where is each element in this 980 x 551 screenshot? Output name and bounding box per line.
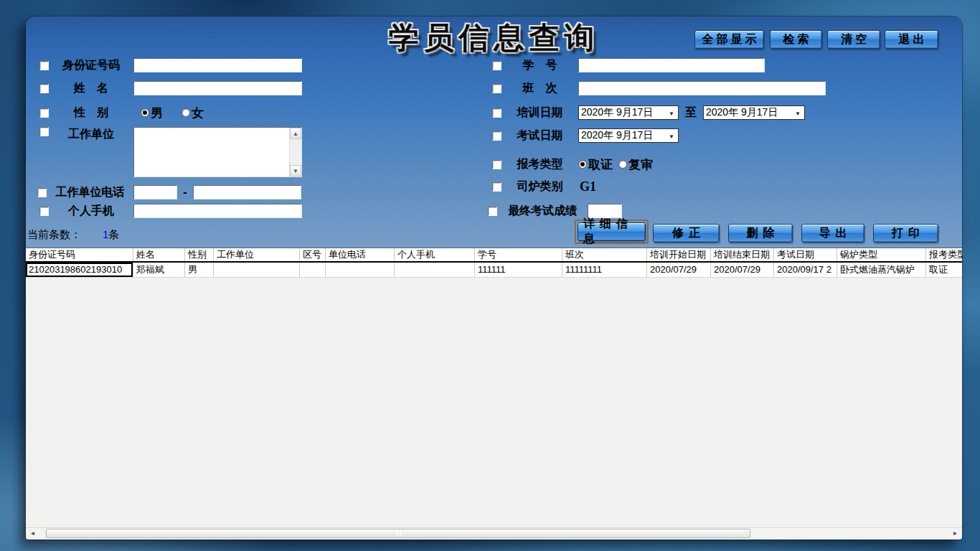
work-phone-input[interactable]	[193, 185, 301, 199]
work-phone-checkbox[interactable]	[37, 188, 47, 197]
scroll-right-icon[interactable]: ►	[950, 529, 961, 538]
col-training-end[interactable]: 培训结束日期	[711, 248, 774, 261]
stoker-type-checkbox[interactable]	[492, 182, 501, 192]
chevron-down-icon[interactable]: ▼	[669, 110, 674, 117]
cell-gender[interactable]: 男	[185, 263, 214, 277]
chevron-down-icon[interactable]: ▼	[795, 110, 801, 117]
apply-type-label: 报考类型	[501, 157, 578, 171]
modify-button[interactable]: 修正	[653, 224, 720, 242]
work-unit-field: ▲ ▼	[133, 127, 302, 180]
detail-button[interactable]: 详细信息	[578, 222, 646, 241]
apply-type-fushen-radio[interactable]	[618, 160, 627, 169]
training-date-to-dropdown[interactable]: 2020年 9月17日 ▼	[703, 105, 805, 120]
col-boiler-type[interactable]: 锅炉类型	[837, 248, 926, 261]
exam-date-checkbox[interactable]	[492, 131, 501, 141]
final-score-checkbox[interactable]	[488, 207, 497, 216]
name-input[interactable]	[133, 81, 302, 95]
training-date-from-dropdown[interactable]: 2020年 9月17日 ▼	[578, 105, 679, 120]
exam-date-dropdown[interactable]: 2020年 9月17日 ▼	[578, 128, 679, 143]
detail-button-focus-frame: 详细信息	[575, 220, 649, 244]
cell-student-no[interactable]: 111111	[475, 263, 562, 277]
cell-area-code[interactable]	[300, 263, 326, 277]
col-unit-phone[interactable]: 单位电话	[326, 248, 395, 261]
training-date-checkbox[interactable]	[492, 108, 501, 118]
area-code-input[interactable]	[133, 185, 177, 199]
search-button[interactable]: 检索	[770, 30, 822, 49]
work-unit-scrollbar[interactable]: ▲ ▼	[289, 128, 301, 176]
clear-button[interactable]: 清空	[827, 30, 880, 49]
work-unit-checkbox[interactable]	[39, 127, 49, 136]
table-row[interactable]: 210203198602193010 郑福斌 男 111111 11111111…	[26, 263, 962, 278]
col-student-no[interactable]: 学号	[475, 248, 562, 261]
name-label: 姓 名	[49, 81, 133, 95]
gender-label: 性 别	[49, 105, 133, 120]
col-apply-type[interactable]: 报考类型	[926, 248, 962, 261]
scrollbar-thumb[interactable]	[46, 529, 750, 538]
cell-exam-date[interactable]: 2020/09/17 2	[774, 263, 837, 277]
cell-unit-phone[interactable]	[326, 263, 395, 277]
col-training-start[interactable]: 培训开始日期	[647, 248, 711, 261]
gender-row: 性 别 男 女	[39, 105, 204, 120]
student-no-label: 学 号	[501, 58, 578, 72]
delete-button[interactable]: 删除	[728, 224, 793, 242]
cell-name[interactable]: 郑福斌	[133, 263, 185, 277]
cell-work-unit[interactable]	[214, 263, 300, 277]
desktop-background: 学员信息查询 全部显示 检索 清空 退出 身份证号码 姓 名 性 别 男 女 工…	[0, 0, 980, 551]
cell-training-start[interactable]: 2020/07/29	[647, 263, 711, 277]
id-card-input[interactable]	[133, 58, 302, 72]
cell-boiler-type[interactable]: 卧式燃油蒸汽锅炉	[837, 263, 926, 277]
apply-type-quzheng-label: 取证	[588, 156, 613, 173]
col-mobile[interactable]: 个人手机	[395, 248, 475, 261]
training-date-from-value: 2020年 9月17日	[581, 106, 653, 119]
final-score-label: 最终考试成绩	[497, 204, 588, 218]
training-date-label: 培训日期	[501, 105, 578, 120]
apply-type-quzheng-radio[interactable]	[578, 160, 587, 169]
class-no-row: 班 次	[492, 81, 826, 95]
gender-male-radio[interactable]	[141, 108, 149, 117]
gender-female-label: 女	[192, 105, 204, 121]
col-work-unit[interactable]: 工作单位	[214, 248, 300, 261]
id-card-checkbox[interactable]	[39, 61, 49, 70]
col-name[interactable]: 姓名	[133, 248, 185, 261]
cell-training-end[interactable]: 2020/07/29	[711, 263, 774, 277]
final-score-input[interactable]	[588, 204, 622, 218]
col-exam-date[interactable]: 考试日期	[774, 248, 837, 261]
col-class-no[interactable]: 班次	[562, 248, 647, 261]
training-date-to-value: 2020年 9月17日	[706, 106, 778, 119]
cell-apply-type[interactable]: 取证	[926, 263, 962, 277]
col-area-code[interactable]: 区号	[300, 248, 326, 261]
col-id-card[interactable]: 身份证号码	[26, 248, 133, 261]
class-no-checkbox[interactable]	[492, 84, 501, 93]
cell-id-card[interactable]: 210203198602193010	[26, 263, 133, 277]
mobile-checkbox[interactable]	[39, 207, 49, 216]
exit-button[interactable]: 退出	[885, 30, 938, 49]
work-unit-row: 工作单位 ▲ ▼	[39, 127, 302, 141]
col-gender[interactable]: 性别	[185, 248, 214, 261]
stoker-type-row: 司炉类别 G1	[492, 179, 596, 194]
id-card-label: 身份证号码	[49, 58, 133, 72]
mobile-input[interactable]	[133, 204, 302, 218]
cell-mobile[interactable]	[395, 263, 475, 277]
horizontal-scrollbar[interactable]: ◄ ►	[26, 527, 962, 538]
chevron-down-icon[interactable]: ▼	[669, 133, 674, 140]
student-no-checkbox[interactable]	[492, 61, 501, 70]
scroll-up-icon[interactable]: ▲	[290, 128, 301, 139]
apply-type-checkbox[interactable]	[492, 160, 501, 169]
work-unit-textarea[interactable]	[133, 127, 302, 177]
name-checkbox[interactable]	[39, 84, 49, 93]
work-phone-row: 工作单位电话 -	[37, 185, 301, 199]
export-button[interactable]: 导出	[801, 224, 864, 242]
phone-separator: -	[177, 185, 193, 199]
gender-checkbox[interactable]	[39, 108, 49, 118]
stoker-type-value: G1	[580, 179, 596, 194]
print-button[interactable]: 打印	[873, 224, 938, 242]
scroll-left-icon[interactable]: ◄	[27, 529, 38, 538]
cell-class-no[interactable]: 11111111	[562, 263, 647, 277]
student-no-input[interactable]	[578, 58, 765, 72]
record-count-unit: 条	[108, 228, 119, 240]
gender-female-radio[interactable]	[182, 108, 190, 117]
show-all-button[interactable]: 全部显示	[694, 30, 764, 49]
class-no-label: 班 次	[501, 81, 578, 95]
scroll-down-icon[interactable]: ▼	[290, 165, 301, 176]
class-no-input[interactable]	[578, 81, 826, 95]
